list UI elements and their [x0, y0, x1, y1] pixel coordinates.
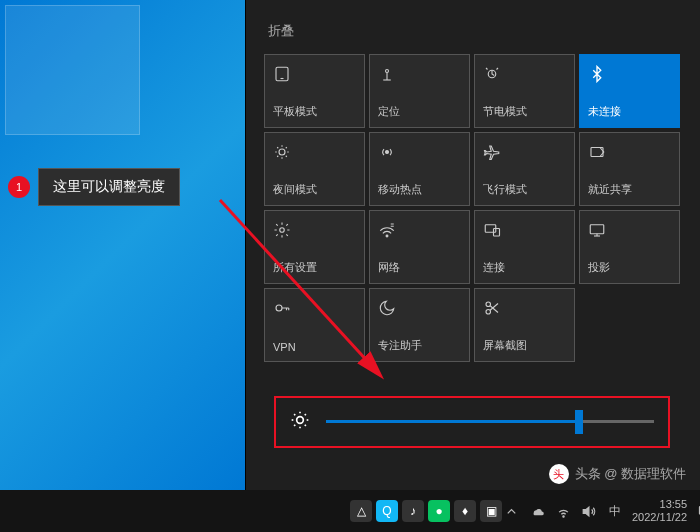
svg-point-4 — [386, 70, 389, 73]
tile-label: 移动热点 — [378, 182, 461, 197]
svg-point-31 — [297, 417, 304, 424]
app-icon[interactable]: ♦ — [454, 500, 476, 522]
notification-icon[interactable] — [695, 502, 700, 520]
ime-icon[interactable]: 中 — [606, 502, 624, 520]
svg-line-14 — [286, 156, 287, 157]
tile-focus[interactable]: 专注助手 — [369, 288, 470, 362]
collapse-button[interactable]: 折叠 — [268, 22, 682, 40]
svg-point-27 — [486, 302, 491, 307]
svg-point-28 — [486, 310, 491, 315]
watermark-badge-icon: 头 — [549, 464, 569, 484]
tile-nearbyshare[interactable]: 就近共享 — [579, 132, 680, 206]
tile-label: 专注助手 — [378, 338, 461, 353]
hotspot-icon — [378, 141, 461, 163]
date-text: 2022/11/22 — [632, 511, 687, 524]
tile-label: 屏幕截图 — [483, 338, 566, 353]
tile-label: VPN — [273, 341, 356, 353]
connect-icon — [483, 219, 566, 241]
svg-line-34 — [294, 414, 295, 415]
svg-point-8 — [279, 149, 285, 155]
airplane-icon — [483, 141, 566, 163]
tile-label: 飞行模式 — [483, 182, 566, 197]
svg-line-13 — [277, 147, 278, 148]
tile-nightlight[interactable]: 夜间模式 — [264, 132, 365, 206]
annotation-text: 这里可以调整亮度 — [38, 168, 180, 206]
tile-label: 连接 — [483, 260, 566, 275]
svg-line-35 — [305, 425, 306, 426]
tile-label: 夜间模式 — [273, 182, 356, 197]
nearbyshare-icon — [588, 141, 671, 163]
svg-rect-23 — [590, 225, 604, 234]
slider-fill — [326, 420, 579, 423]
annotation-number: 1 — [8, 176, 30, 198]
svg-point-17 — [386, 151, 389, 154]
app-icon[interactable]: ♪ — [402, 500, 424, 522]
svg-line-16 — [286, 147, 287, 148]
quick-action-tiles: 平板模式定位节电模式未连接夜间模式移动热点飞行模式就近共享所有设置网络连接投影V… — [264, 54, 682, 362]
app-icon[interactable]: ▣ — [480, 500, 502, 522]
settings-icon — [273, 219, 356, 241]
tile-label: 未连接 — [588, 104, 671, 119]
app-icon[interactable]: △ — [350, 500, 372, 522]
tile-tablet[interactable]: 平板模式 — [264, 54, 365, 128]
tile-airplane[interactable]: 飞行模式 — [474, 132, 575, 206]
bluetooth-icon — [588, 63, 671, 85]
tile-network[interactable]: 网络 — [369, 210, 470, 284]
onedrive-icon[interactable] — [528, 502, 546, 520]
tile-settings[interactable]: 所有设置 — [264, 210, 365, 284]
network-icon — [378, 219, 461, 241]
svg-point-20 — [386, 235, 388, 237]
vpn-icon — [273, 297, 356, 319]
clock[interactable]: 13:55 2022/11/22 — [632, 498, 687, 524]
window-outline — [5, 5, 140, 135]
time-text: 13:55 — [632, 498, 687, 511]
tile-connect[interactable]: 连接 — [474, 210, 575, 284]
tile-battery[interactable]: 节电模式 — [474, 54, 575, 128]
tile-label: 节电模式 — [483, 104, 566, 119]
tile-label: 投影 — [588, 260, 671, 275]
tile-label: 平板模式 — [273, 104, 356, 119]
nightlight-icon — [273, 141, 356, 163]
brightness-icon — [290, 410, 310, 434]
taskbar-app-icons: △ Q ♪ ● ♦ ▣ — [350, 500, 502, 522]
watermark: 头 头条 @ 数据理软件 — [549, 464, 686, 484]
svg-line-15 — [277, 156, 278, 157]
tile-hotspot[interactable]: 移动热点 — [369, 132, 470, 206]
tile-location[interactable]: 定位 — [369, 54, 470, 128]
tile-snip[interactable]: 屏幕截图 — [474, 288, 575, 362]
brightness-control — [274, 396, 670, 448]
desktop-wallpaper — [0, 0, 245, 490]
brightness-slider[interactable] — [326, 420, 654, 424]
battery-icon — [483, 63, 566, 85]
svg-point-26 — [276, 305, 282, 311]
tile-label: 网络 — [378, 260, 461, 275]
qq-icon[interactable]: Q — [376, 500, 398, 522]
svg-point-40 — [562, 515, 563, 516]
slider-thumb[interactable] — [575, 410, 583, 434]
tile-label: 就近共享 — [588, 182, 671, 197]
svg-line-39 — [305, 414, 306, 415]
system-tray: 中 13:55 2022/11/22 — [502, 498, 700, 524]
tile-vpn[interactable]: VPN — [264, 288, 365, 362]
tile-bluetooth[interactable]: 未连接 — [579, 54, 680, 128]
tile-label: 定位 — [378, 104, 461, 119]
watermark-text: 头条 @ 数据理软件 — [575, 465, 686, 483]
volume-icon[interactable] — [580, 502, 598, 520]
project-icon — [588, 219, 671, 241]
focus-icon — [378, 297, 461, 319]
tile-project[interactable]: 投影 — [579, 210, 680, 284]
svg-marker-41 — [583, 507, 589, 516]
wechat-icon[interactable]: ● — [428, 500, 450, 522]
tile-label: 所有设置 — [273, 260, 356, 275]
chevron-up-icon[interactable] — [502, 502, 520, 520]
wifi-icon[interactable] — [554, 502, 572, 520]
svg-line-38 — [294, 425, 295, 426]
taskbar: △ Q ♪ ● ♦ ▣ 中 13:55 2022/11/22 — [0, 490, 700, 532]
tablet-icon — [273, 63, 356, 85]
svg-point-19 — [280, 228, 285, 233]
annotation-callout: 1 这里可以调整亮度 — [8, 168, 180, 206]
snip-icon — [483, 297, 566, 319]
location-icon — [378, 63, 461, 85]
